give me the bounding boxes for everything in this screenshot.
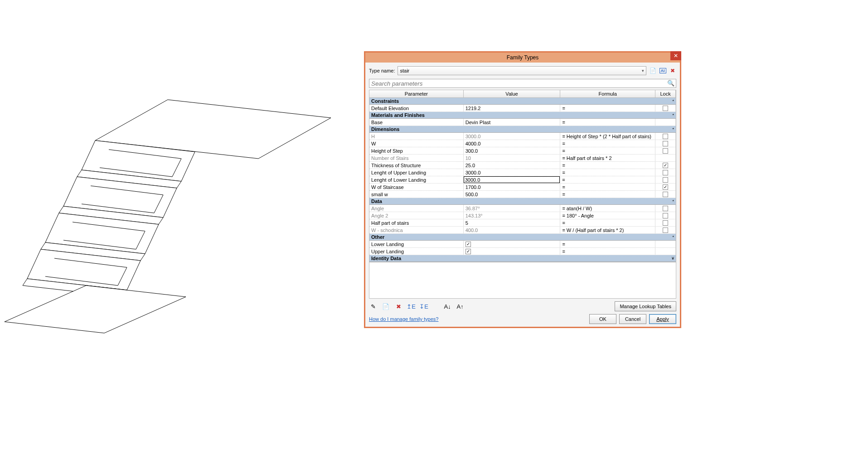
close-button[interactable]: ✕: [670, 51, 681, 60]
lock-checkbox[interactable]: [663, 177, 668, 183]
move-down-button[interactable]: ↧E: [420, 302, 428, 310]
param-lock-cell[interactable]: [655, 227, 676, 233]
param-value-cell[interactable]: [464, 241, 561, 247]
param-name-cell[interactable]: Default Elevation: [369, 105, 464, 111]
param-name-cell[interactable]: H: [369, 133, 464, 140]
param-row[interactable]: BaseDevin Plast=: [369, 119, 676, 126]
param-value-cell[interactable]: 4000.0: [464, 140, 561, 147]
param-value-cell[interactable]: 1700.0: [464, 184, 561, 190]
param-lock-cell[interactable]: [655, 184, 676, 190]
param-value-cell[interactable]: 5: [464, 219, 561, 226]
param-row[interactable]: W - schodnica400.0= W / (Half part of st…: [369, 227, 676, 234]
param-name-cell[interactable]: small w: [369, 191, 464, 198]
param-name-cell[interactable]: W: [369, 140, 464, 147]
group-materials-and-finishes[interactable]: Materials and Finishes*: [369, 112, 676, 119]
param-name-cell[interactable]: Lenght of Upper Landing: [369, 169, 464, 176]
value-editor[interactable]: 3000.0: [464, 176, 560, 183]
param-formula-cell[interactable]: =: [560, 119, 655, 126]
param-value-cell[interactable]: 3000.0: [464, 169, 561, 176]
search-input[interactable]: [369, 79, 676, 88]
lock-checkbox[interactable]: [663, 170, 668, 175]
param-row[interactable]: Height of Step300.0=: [369, 147, 676, 155]
param-formula-cell[interactable]: =: [560, 176, 655, 183]
param-value-cell[interactable]: 25.0: [464, 162, 561, 169]
lock-checkbox[interactable]: [663, 163, 668, 168]
param-formula-cell[interactable]: =: [560, 219, 655, 226]
param-formula-cell[interactable]: = Height of Step * (2 * Half part of sta…: [560, 133, 655, 140]
lock-checkbox[interactable]: [663, 134, 668, 139]
param-row[interactable]: Angle36.87°= atan(H / W): [369, 205, 676, 212]
param-name-cell[interactable]: Angle 2: [369, 212, 464, 219]
param-name-cell[interactable]: W - schodnica: [369, 227, 464, 233]
param-lock-cell[interactable]: [655, 169, 676, 176]
param-lock-cell[interactable]: [655, 147, 676, 154]
param-formula-cell[interactable]: =: [560, 140, 655, 147]
apply-button[interactable]: Apply: [649, 314, 676, 324]
dialog-title-bar[interactable]: Family Types ✕: [365, 53, 680, 63]
lock-checkbox[interactable]: [663, 220, 668, 226]
sort-desc-button[interactable]: A↑: [456, 302, 464, 310]
ok-button[interactable]: OK: [589, 314, 616, 324]
param-name-cell[interactable]: Lower Landing: [369, 241, 464, 247]
param-formula-cell[interactable]: = 180° - Angle: [560, 212, 655, 219]
param-lock-cell[interactable]: [655, 212, 676, 219]
param-value-cell[interactable]: 1219.2: [464, 105, 561, 111]
move-up-button[interactable]: ↥E: [407, 302, 415, 310]
param-value-cell[interactable]: 400.0: [464, 227, 561, 233]
search-icon[interactable]: 🔍: [667, 80, 674, 87]
header-formula[interactable]: Formula: [560, 90, 655, 97]
param-value-cell[interactable]: Devin Plast: [464, 119, 561, 126]
param-value-cell[interactable]: [464, 248, 561, 255]
param-row[interactable]: Number of Stairs10= Half part of stairs …: [369, 155, 676, 162]
typename-select[interactable]: stair ▾: [398, 66, 646, 75]
param-name-cell[interactable]: Half part of stairs: [369, 219, 464, 226]
param-formula-cell[interactable]: =: [560, 184, 655, 190]
lock-checkbox[interactable]: [663, 213, 668, 218]
cancel-button[interactable]: Cancel: [619, 314, 646, 324]
param-row[interactable]: small w500.0=: [369, 191, 676, 198]
param-lock-cell[interactable]: [655, 155, 676, 161]
param-formula-cell[interactable]: =: [560, 248, 655, 255]
param-formula-cell[interactable]: = W / (Half part of stairs * 2): [560, 227, 655, 233]
param-lock-cell[interactable]: [655, 140, 676, 147]
param-name-cell[interactable]: W of Staircase: [369, 184, 464, 190]
checkbox[interactable]: [466, 242, 471, 247]
param-formula-cell[interactable]: =: [560, 162, 655, 169]
param-lock-cell[interactable]: [655, 191, 676, 198]
param-value-cell[interactable]: 3000.0: [464, 133, 561, 140]
group-constraints[interactable]: Constraints*: [369, 98, 676, 105]
param-name-cell[interactable]: Angle: [369, 205, 464, 212]
param-name-cell[interactable]: Thickness of Structure: [369, 162, 464, 169]
param-lock-cell[interactable]: [655, 219, 676, 226]
param-formula-cell[interactable]: =: [560, 169, 655, 176]
param-lock-cell[interactable]: [655, 105, 676, 111]
param-name-cell[interactable]: Height of Step: [369, 147, 464, 154]
checkbox[interactable]: [466, 249, 471, 254]
param-value-cell[interactable]: 500.0: [464, 191, 561, 198]
param-row[interactable]: Upper Landing=: [369, 248, 676, 255]
param-formula-cell[interactable]: =: [560, 105, 655, 111]
lock-checkbox[interactable]: [663, 192, 668, 197]
param-row[interactable]: W4000.0=: [369, 140, 676, 147]
param-formula-cell[interactable]: =: [560, 191, 655, 198]
rename-type-button[interactable]: AI: [659, 67, 666, 74]
param-lock-cell[interactable]: [655, 162, 676, 169]
param-row[interactable]: Lenght of Upper Landing3000.0=: [369, 169, 676, 176]
param-lock-cell[interactable]: [655, 119, 676, 126]
param-row[interactable]: W of Staircase1700.0=: [369, 184, 676, 191]
param-lock-cell[interactable]: [655, 176, 676, 183]
param-name-cell[interactable]: Upper Landing: [369, 248, 464, 255]
param-name-cell[interactable]: Base: [369, 119, 464, 126]
param-row[interactable]: Lower Landing=: [369, 241, 676, 248]
param-value-cell[interactable]: 143.13°: [464, 212, 561, 219]
header-lock[interactable]: Lock: [655, 90, 676, 97]
help-link[interactable]: How do I manage family types?: [369, 316, 438, 322]
param-formula-cell[interactable]: =: [560, 147, 655, 154]
delete-param-button[interactable]: ✖: [394, 302, 402, 310]
param-value-cell[interactable]: 300.0: [464, 147, 561, 154]
param-name-cell[interactable]: Number of Stairs: [369, 155, 464, 161]
new-type-button[interactable]: 📄: [649, 67, 656, 74]
manage-lookup-button[interactable]: Manage Lookup Tables: [615, 301, 676, 311]
param-formula-cell[interactable]: = Half part of stairs * 2: [560, 155, 655, 161]
lock-checkbox[interactable]: [663, 148, 668, 154]
